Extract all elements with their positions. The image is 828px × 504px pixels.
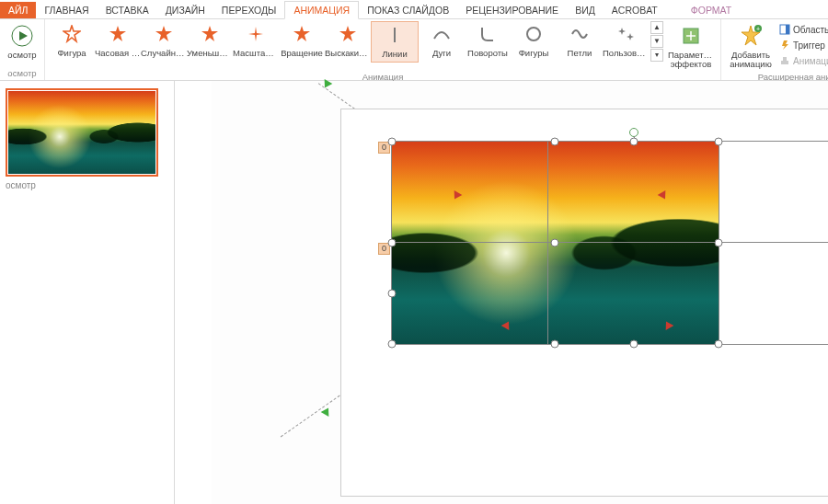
svg-marker-6 [248,27,263,41]
svg-marker-19 [782,40,788,50]
resize-handle[interactable] [715,340,723,349]
star-icon [200,24,220,44]
svg-rect-21 [783,57,787,61]
add-animation-icon: + [738,23,764,49]
resize-handle[interactable] [388,290,397,298]
resize-handle[interactable] [630,138,638,146]
anim-label: Вращение [281,48,323,58]
tab-format-contextual[interactable]: ФОРМАТ [683,2,740,18]
resize-handle[interactable] [551,340,559,349]
effect-options-icon [678,23,704,49]
tab-review[interactable]: РЕЦЕНЗИРОВАНИЕ [457,2,567,18]
svg-marker-5 [201,26,218,41]
svg-rect-18 [786,25,789,34]
picture-object-strip[interactable] [392,243,828,344]
anim-label: Выскакива... [325,48,371,58]
animation-gallery[interactable]: Фигура Часовая ст... Случайные... Уменьш… [49,21,717,72]
slide-canvas[interactable]: 0 0 [175,81,828,504]
anim-label: Пользоват... [603,48,649,58]
anim-bounce[interactable]: Выскакива... [325,21,371,61]
gallery-scroll-up[interactable]: ▲ [650,21,663,34]
anim-label: Дуги [432,48,451,58]
anim-label: Масштабир... [233,48,279,58]
svg-point-10 [527,28,540,40]
slide-panel: осмотр [0,81,175,504]
svg-marker-12 [627,33,634,40]
trigger-button[interactable]: Триггер▼ [779,38,828,52]
ribbon-tabs: АЙЛ ГЛАВНАЯ ВСТАВКА ДИЗАЙН ПЕРЕХОДЫ АНИМ… [0,0,828,19]
anim-zoom[interactable]: Масштабир... [233,21,279,61]
gallery-expand[interactable]: ▾ [650,49,663,62]
anim-spin[interactable]: Вращение [279,21,325,61]
anim-label: Повороты [467,48,508,58]
tab-home[interactable]: ГЛАВНАЯ [36,2,97,18]
resize-handle[interactable] [630,340,638,349]
preview-label: осмотр [7,51,36,60]
sparkle-icon [246,24,266,44]
anim-loops[interactable]: Петли [557,21,603,61]
workspace: осмотр 0 0 [0,81,828,504]
animation-painter-button[interactable]: Анимация по образцу [779,53,828,68]
animation-pane-label: Область анимации [793,25,828,35]
star-icon [108,24,128,44]
resize-handle[interactable] [388,239,397,247]
circle-icon [523,24,544,44]
turn-icon [477,24,498,44]
slide-thumbnail-image [8,91,155,174]
add-animation-button[interactable]: + Добавить анимацию [725,21,776,72]
resize-handle[interactable] [388,340,397,349]
tab-file[interactable]: АЙЛ [0,2,36,18]
tab-view[interactable]: ВИД [567,2,604,18]
resize-handle[interactable] [388,138,397,146]
anim-random[interactable]: Случайные... [141,21,187,61]
effect-options-button[interactable]: Параметры эффектов [665,21,717,72]
trigger-icon [779,40,790,51]
animation-painter-label: Анимация по образцу [793,56,828,66]
group-animations: Фигура Часовая ст... Случайные... Уменьш… [45,19,721,80]
group-preview-label: осмотр [4,68,40,80]
slide[interactable]: 0 0 [340,109,828,497]
anim-label: Уменьшени... [187,48,233,58]
rotate-handle[interactable] [629,128,638,137]
tab-slideshow[interactable]: ПОКАЗ СЛАЙДОВ [359,2,457,18]
line-icon [385,25,405,45]
pane-icon [779,24,790,35]
preview-button[interactable]: осмотр [4,21,40,62]
tab-acrobat[interactable]: ACROBAT [604,2,666,18]
tab-insert[interactable]: ВСТАВКА [98,2,157,18]
anim-custom[interactable]: Пользоват... [603,21,649,61]
anim-label: Часовая ст... [95,48,141,58]
resize-handle[interactable] [715,239,723,247]
preview-icon [9,23,35,49]
anim-arcs[interactable]: Дуги [419,21,465,61]
group-advanced-animation: + Добавить анимацию Область анимации Три… [721,19,828,80]
anim-label: Фигура [57,48,86,58]
group-preview: осмотр осмотр [0,19,45,80]
trigger-label: Триггер [793,40,825,51]
gallery-scroll-down[interactable]: ▼ [650,35,663,48]
star-icon [62,24,82,44]
anim-clock[interactable]: Часовая ст... [95,21,141,61]
ribbon: осмотр осмотр Фигура Часовая ст... Случа… [0,19,828,81]
add-animation-label: Добавить анимацию [728,51,774,70]
anim-turns[interactable]: Повороты [465,21,511,61]
anim-lines[interactable]: Линии [371,21,419,63]
svg-marker-4 [155,26,172,41]
tab-transitions[interactable]: ПЕРЕХОДЫ [213,2,285,18]
arc-icon [431,24,452,44]
effect-options-label: Параметры эффектов [668,51,714,70]
resize-handle[interactable] [551,138,559,146]
slide-thumbnail-selected[interactable] [6,88,158,177]
anim-label: Фигуры [519,48,549,58]
anim-shape[interactable]: Фигура [49,21,95,61]
tab-animations[interactable]: АНИМАЦИЯ [284,1,359,19]
animation-pane-button[interactable]: Область анимации [779,22,828,37]
anim-shrink[interactable]: Уменьшени... [187,21,233,61]
resize-handle[interactable] [715,138,723,146]
svg-text:+: + [756,26,760,32]
anim-label: Линии [382,49,407,59]
anim-label: Петли [568,48,592,58]
resize-handle[interactable] [551,239,559,247]
anim-shapes[interactable]: Фигуры [511,21,557,61]
tab-design[interactable]: ДИЗАЙН [157,2,213,18]
